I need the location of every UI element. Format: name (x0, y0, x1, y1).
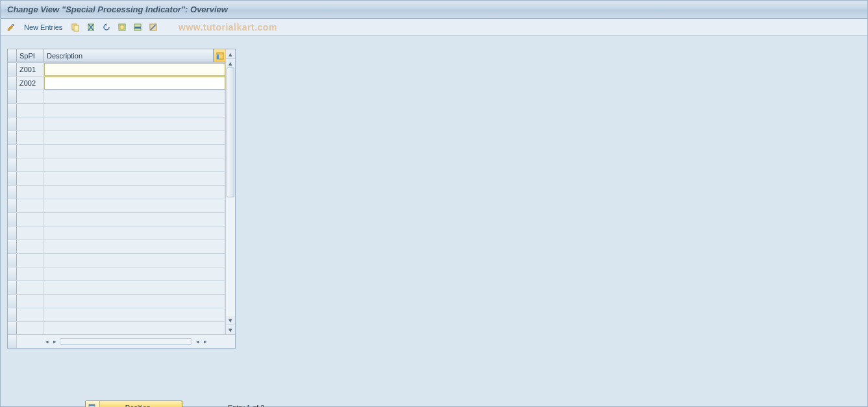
cell-description[interactable] (44, 199, 225, 212)
row-selector[interactable] (8, 213, 17, 226)
scroll-track[interactable] (226, 68, 235, 316)
cell-description[interactable] (44, 104, 225, 117)
toggle-edit-icon[interactable] (5, 21, 18, 34)
cell-description[interactable] (44, 145, 225, 158)
table-row[interactable] (8, 131, 225, 145)
cell-sppi[interactable] (17, 172, 44, 185)
row-selector[interactable] (8, 295, 17, 308)
scroll-down2-icon[interactable]: ▾ (226, 316, 235, 325)
hscroll-right2-icon[interactable]: ▸ (201, 338, 209, 345)
row-selector-header[interactable] (8, 49, 17, 62)
row-selector[interactable] (8, 117, 17, 130)
cell-description[interactable] (44, 63, 225, 76)
cell-sppi[interactable]: Z001 (17, 63, 44, 76)
cell-description[interactable] (44, 172, 225, 185)
cell-description[interactable] (44, 227, 225, 240)
row-selector[interactable] (8, 240, 17, 253)
table-row[interactable] (8, 199, 225, 213)
row-selector[interactable] (8, 158, 17, 171)
row-selector[interactable] (8, 199, 17, 212)
cell-description[interactable] (44, 322, 225, 334)
select-all-icon[interactable] (116, 21, 129, 34)
cell-sppi[interactable] (17, 322, 44, 334)
copy-as-icon[interactable] (69, 21, 82, 34)
table-row[interactable] (8, 295, 225, 308)
row-selector[interactable] (8, 322, 17, 334)
cell-description[interactable] (44, 281, 225, 294)
table-row[interactable] (8, 281, 225, 295)
cell-sppi[interactable] (17, 267, 44, 280)
row-selector[interactable] (8, 227, 17, 240)
table-row[interactable] (8, 267, 225, 281)
cell-sppi[interactable] (17, 254, 44, 267)
cell-sppi[interactable] (17, 131, 44, 144)
scroll-thumb[interactable] (227, 68, 234, 197)
cell-description[interactable] (44, 117, 225, 130)
col-header-description[interactable]: Description (44, 49, 214, 62)
table-row[interactable] (8, 240, 225, 254)
cell-sppi[interactable] (17, 213, 44, 226)
row-selector[interactable] (8, 186, 17, 199)
col-header-sppi[interactable]: SpPI (17, 49, 44, 62)
cell-description[interactable] (44, 254, 225, 267)
cell-sppi[interactable]: Z002 (17, 77, 44, 90)
table-row[interactable] (8, 227, 225, 240)
table-row[interactable] (8, 117, 225, 131)
row-selector[interactable] (8, 131, 17, 144)
table-row[interactable] (8, 172, 225, 186)
hscroll-track[interactable] (60, 338, 192, 345)
row-selector[interactable] (8, 254, 17, 267)
deselect-all-icon[interactable] (147, 21, 160, 34)
cell-sppi[interactable] (17, 186, 44, 199)
cell-sppi[interactable] (17, 158, 44, 171)
new-entries-button[interactable]: New Entries (20, 21, 66, 34)
horizontal-scrollbar[interactable]: ◂ ▸ ◂ ▸ (43, 337, 209, 346)
cell-description[interactable] (44, 186, 225, 199)
row-selector[interactable] (8, 267, 17, 280)
table-row[interactable]: Z002 (8, 77, 225, 90)
table-row[interactable] (8, 308, 225, 322)
row-selector[interactable] (8, 63, 17, 76)
table-row[interactable] (8, 322, 225, 334)
vertical-scrollbar[interactable]: ▴ ▴ ▾ ▾ (225, 49, 235, 334)
undo-icon[interactable] (100, 21, 113, 34)
cell-sppi[interactable] (17, 227, 44, 240)
row-selector[interactable] (8, 104, 17, 117)
position-button[interactable]: Position... (85, 401, 182, 407)
cell-sppi[interactable] (17, 240, 44, 253)
cell-sppi[interactable] (17, 104, 44, 117)
row-selector[interactable] (8, 308, 17, 321)
cell-sppi[interactable] (17, 145, 44, 158)
row-selector[interactable] (8, 172, 17, 185)
cell-sppi[interactable] (17, 117, 44, 130)
row-selector[interactable] (8, 90, 17, 103)
table-row[interactable]: Z001 (8, 63, 225, 77)
cell-description[interactable] (44, 77, 225, 90)
cell-sppi[interactable] (17, 199, 44, 212)
row-selector[interactable] (8, 77, 17, 90)
row-selector[interactable] (8, 281, 17, 294)
hscroll-left-icon[interactable]: ◂ (43, 338, 51, 345)
cell-sppi[interactable] (17, 308, 44, 321)
table-settings-icon[interactable] (214, 49, 225, 62)
scroll-up-icon[interactable]: ▴ (226, 49, 235, 58)
cell-description[interactable] (44, 213, 225, 226)
cell-sppi[interactable] (17, 295, 44, 308)
table-row[interactable] (8, 104, 225, 117)
table-row[interactable] (8, 145, 225, 158)
cell-description[interactable] (44, 308, 225, 321)
hscroll-left2-icon[interactable]: ◂ (193, 338, 201, 345)
hscroll-right-icon[interactable]: ▸ (51, 338, 58, 345)
table-row[interactable] (8, 90, 225, 104)
scroll-up2-icon[interactable]: ▴ (226, 58, 235, 68)
cell-description[interactable] (44, 131, 225, 144)
cell-description[interactable] (44, 295, 225, 308)
cell-description[interactable] (44, 267, 225, 280)
cell-sppi[interactable] (17, 90, 44, 103)
table-row[interactable] (8, 158, 225, 172)
select-block-icon[interactable] (131, 21, 144, 34)
row-selector[interactable] (8, 145, 17, 158)
table-row[interactable] (8, 254, 225, 267)
cell-description[interactable] (44, 240, 225, 253)
cell-description[interactable] (44, 158, 225, 171)
